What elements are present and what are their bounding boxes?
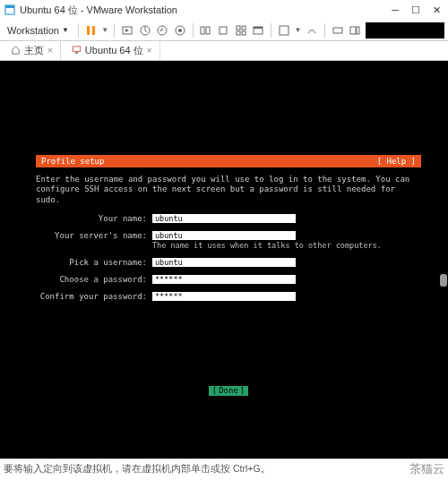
window-title: Ubuntu 64 位 - VMware Workstation	[20, 4, 392, 17]
unity-icon[interactable]	[305, 23, 319, 38]
row-confirm-password: Confirm your password: ******	[36, 292, 421, 301]
chevron-down-icon[interactable]: ▼	[101, 26, 108, 34]
input-username[interactable]: ubuntu	[152, 258, 296, 267]
close-tab-icon[interactable]: ×	[47, 46, 53, 56]
label-confirm-password: Confirm your password:	[36, 292, 152, 301]
view-console-icon[interactable]	[251, 23, 265, 38]
label-server-name: Your server's name:	[36, 231, 152, 240]
maximize-button[interactable]: ☐	[411, 4, 420, 16]
stretch-icon[interactable]	[331, 23, 345, 38]
svg-rect-20	[350, 27, 356, 34]
watermark: 茶猫云	[409, 461, 444, 477]
label-password: Choose a password:	[36, 275, 152, 284]
status-message: 要将输入定向到该虚拟机，请在虚拟机内部单击或按 Ctrl+G。	[4, 463, 409, 476]
layout-single-icon[interactable]	[216, 23, 230, 38]
workstation-menu[interactable]: Workstation ▼	[4, 23, 73, 38]
blacked-region	[366, 22, 444, 39]
row-password: Choose a password: ******	[36, 275, 421, 284]
label-your-name: Your name:	[36, 214, 152, 223]
svg-rect-3	[92, 26, 95, 35]
input-your-name[interactable]: ubuntu	[152, 214, 296, 223]
chevron-down-icon: ▼	[62, 26, 69, 34]
snapshot-revert-icon[interactable]	[155, 23, 169, 38]
svg-rect-21	[357, 27, 359, 34]
svg-rect-1	[5, 5, 14, 8]
help-link[interactable]: [ Help ]	[377, 157, 416, 166]
monitor-icon	[72, 45, 82, 56]
done-row: Done	[36, 386, 421, 396]
svg-rect-13	[242, 26, 246, 30]
main-toolbar: Workstation ▼ ▼ ▼	[0, 20, 448, 41]
row-your-name: Your name: ubuntu	[36, 214, 421, 223]
svg-rect-9	[201, 27, 204, 34]
svg-point-8	[178, 29, 182, 32]
svg-rect-11	[220, 27, 227, 34]
separator	[324, 23, 325, 38]
svg-rect-22	[73, 47, 80, 52]
installer-header: Profile setup [ Help ]	[36, 155, 421, 167]
label-username: Pick a username:	[36, 258, 152, 267]
svg-rect-10	[206, 27, 210, 34]
hint-server-name: The name it uses when it talks to other …	[152, 241, 421, 250]
input-server-name[interactable]: ubuntu	[152, 231, 296, 240]
separator	[271, 23, 271, 38]
minimize-button[interactable]: ─	[392, 4, 399, 16]
window-titlebar: Ubuntu 64 位 - VMware Workstation ─ ☐ ✕	[0, 0, 448, 20]
vm-console[interactable]: Profile setup [ Help ] Enter the usernam…	[0, 61, 448, 459]
close-button[interactable]: ✕	[433, 4, 441, 16]
installer-description: Enter the username and password you will…	[36, 175, 421, 205]
send-input-icon[interactable]	[120, 23, 134, 38]
row-username: Pick a username: ubuntu	[36, 258, 421, 267]
separator	[114, 23, 115, 38]
tab-home[interactable]: 主页 ×	[4, 41, 61, 60]
layout-thumb-icon[interactable]	[234, 23, 248, 38]
app-icon	[4, 4, 16, 16]
layout-tile-icon[interactable]	[199, 23, 213, 38]
header-title: Profile setup	[41, 157, 104, 166]
input-password[interactable]: ******	[152, 275, 296, 284]
home-icon	[11, 45, 21, 56]
installer-screen: Profile setup [ Help ] Enter the usernam…	[36, 155, 421, 396]
tab-vm[interactable]: Ubuntu 64 位 ×	[65, 41, 160, 60]
svg-rect-17	[254, 27, 263, 29]
separator	[193, 23, 194, 38]
scrollbar-thumb[interactable]	[440, 274, 447, 287]
input-confirm-password[interactable]: ******	[152, 292, 296, 301]
library-icon[interactable]	[349, 23, 363, 38]
separator	[78, 23, 79, 38]
svg-rect-23	[75, 52, 79, 53]
snapshot-manager-icon[interactable]	[173, 23, 187, 38]
close-tab-icon[interactable]: ×	[147, 46, 152, 56]
row-server-name: Your server's name: ubuntu The name it u…	[36, 231, 421, 250]
play-pause-icon[interactable]	[84, 23, 99, 38]
svg-rect-18	[280, 26, 289, 35]
window-controls: ─ ☐ ✕	[392, 4, 441, 16]
tab-bar: 主页 × Ubuntu 64 位 ×	[0, 41, 448, 61]
svg-rect-2	[87, 26, 90, 35]
svg-rect-15	[242, 31, 246, 35]
chevron-down-icon[interactable]: ▼	[295, 26, 302, 34]
fullscreen-icon[interactable]	[277, 23, 291, 38]
done-button[interactable]: Done	[209, 386, 249, 396]
svg-rect-19	[333, 28, 342, 33]
snapshot-icon[interactable]	[138, 23, 152, 38]
svg-rect-14	[237, 31, 240, 35]
svg-rect-12	[237, 26, 240, 30]
status-bar: 要将输入定向到该虚拟机，请在虚拟机内部单击或按 Ctrl+G。 茶猫云	[0, 459, 448, 478]
